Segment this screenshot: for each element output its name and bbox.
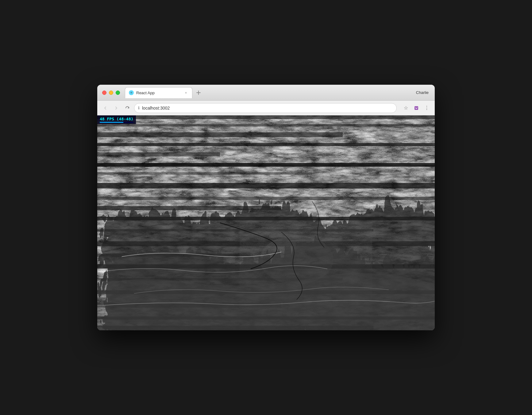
svg-rect-11 — [97, 163, 435, 167]
security-info-icon: ℹ — [138, 106, 140, 110]
back-button[interactable] — [101, 104, 110, 112]
svg-rect-6 — [97, 115, 435, 119]
svg-rect-12 — [97, 172, 312, 175]
tab-title: React App — [136, 91, 181, 95]
pocket-button[interactable] — [412, 104, 421, 112]
svg-rect-10 — [97, 152, 220, 157]
browser-window: ⚛ React App × Charlie — [97, 85, 435, 330]
minimize-button[interactable] — [109, 91, 113, 95]
forward-button[interactable] — [112, 104, 121, 112]
noise-canvas — [97, 115, 435, 330]
menu-button[interactable]: ⋮ — [422, 104, 431, 112]
svg-rect-0 — [414, 106, 418, 110]
tab-bar: ⚛ React App × — [125, 87, 416, 98]
active-tab[interactable]: ⚛ React App × — [125, 87, 192, 98]
bookmark-button[interactable]: ☆ — [402, 104, 410, 112]
title-bar: ⚛ React App × Charlie — [97, 85, 435, 101]
url-text: localhost:3002 — [142, 106, 170, 111]
svg-rect-9 — [97, 143, 435, 146]
tab-close-button[interactable]: × — [183, 90, 188, 95]
browser-content: 48 FPS (48-48) — [97, 115, 435, 330]
traffic-lights — [102, 91, 120, 95]
fps-overlay: 48 FPS (48-48) — [97, 115, 136, 124]
noise-visualization — [97, 115, 435, 330]
address-bar[interactable]: ℹ localhost:3002 — [134, 103, 397, 113]
tab-favicon-icon: ⚛ — [129, 90, 134, 95]
new-tab-button[interactable] — [192, 87, 205, 98]
close-button[interactable] — [102, 91, 106, 95]
address-bar-actions: ☆ ⋮ — [402, 104, 431, 112]
fps-bar — [100, 122, 133, 123]
svg-rect-7 — [97, 124, 435, 126]
fps-text: 48 FPS (48-48) — [100, 117, 133, 121]
refresh-button[interactable] — [123, 104, 132, 112]
svg-rect-13 — [97, 183, 435, 188]
svg-rect-8 — [97, 132, 343, 137]
fps-bar-fill — [100, 122, 123, 123]
maximize-button[interactable] — [116, 91, 120, 95]
profile-name: Charlie — [416, 90, 430, 95]
address-bar-row: ℹ localhost:3002 ☆ ⋮ — [97, 101, 435, 115]
